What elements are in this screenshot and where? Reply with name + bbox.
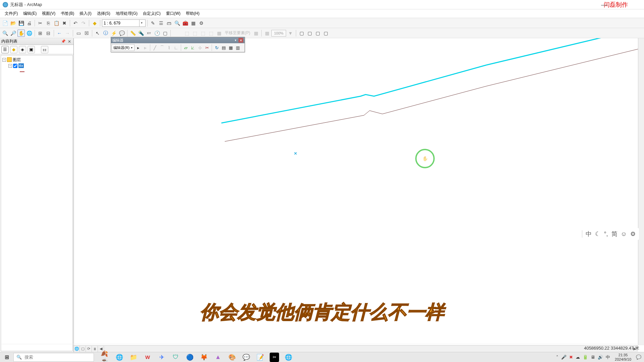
toc-tab-drawing-order[interactable]: ☰ — [1, 46, 9, 53]
editor-toolbar-icon[interactable]: ✎ — [149, 19, 157, 27]
toc-tab-visibility[interactable]: ◈ — [19, 46, 26, 53]
full-extent-icon[interactable]: 🌐 — [25, 29, 33, 37]
edit-annotation-icon[interactable]: ▹ — [142, 44, 149, 51]
hyperlink-icon[interactable]: ⚡ — [110, 29, 117, 37]
arctoolbox-icon[interactable]: 🧰 — [181, 19, 189, 27]
right-angle-icon[interactable]: ∟ — [173, 44, 179, 51]
app-icon-1[interactable]: ▲ — [213, 353, 223, 362]
ime-lang-icon[interactable]: 中 — [586, 230, 592, 238]
html-popup-icon[interactable]: 💬 — [118, 29, 125, 37]
search-window-icon[interactable]: 🔍 — [173, 19, 181, 27]
attributes-icon[interactable]: ▤ — [220, 44, 227, 51]
measure-icon[interactable]: 📏 — [129, 29, 137, 37]
menu-insert[interactable]: 插入(I) — [77, 10, 94, 17]
tray-volume-icon[interactable]: 🔊 — [598, 355, 603, 360]
create-viewer-icon[interactable]: ▢ — [161, 29, 169, 37]
cut-icon[interactable]: ✂ — [37, 19, 44, 27]
paint-icon[interactable]: 🎨 — [227, 353, 237, 362]
arc-segment-icon[interactable]: ⌒ — [159, 44, 165, 51]
tree-layer-row[interactable]: − Ex — [2, 63, 71, 69]
pan-icon[interactable]: ✋ — [17, 29, 25, 37]
chrome-icon[interactable]: 🔵 — [185, 353, 195, 362]
goto-xy-icon[interactable]: XY — [145, 29, 153, 37]
explorer-icon[interactable]: 📁 — [129, 353, 138, 362]
editor-options-icon[interactable]: ▾ — [233, 38, 238, 43]
taskbar-search[interactable]: 🔍 搜索 — [13, 353, 94, 362]
tray-ime-icon[interactable]: 中 — [606, 354, 610, 360]
ime-moon-icon[interactable]: ☾ — [595, 230, 600, 238]
tray-cloud-icon[interactable]: ☁ — [576, 355, 580, 360]
edge-icon[interactable]: 🌐 — [115, 353, 124, 362]
toc-close-icon[interactable]: ✕ — [67, 39, 72, 44]
ime-emoji-icon[interactable]: ☺ — [621, 231, 627, 238]
pin-icon[interactable]: 📌 — [60, 39, 67, 44]
arcmap-taskbar-icon[interactable]: 🌐 — [284, 353, 293, 362]
minimize-button[interactable]: — — [598, 1, 610, 8]
copy-icon[interactable]: ⎘ — [45, 19, 52, 27]
edit-vertices-icon[interactable]: ▱ — [182, 44, 189, 51]
toc-tab-source[interactable]: ◆ — [10, 46, 17, 53]
toc-tree[interactable]: − 图层 − Ex — [1, 55, 73, 351]
tray-expand-icon[interactable]: ˄ — [556, 355, 558, 360]
layout-icon-1[interactable]: ▢ — [298, 29, 305, 37]
vertical-scrollbar[interactable] — [638, 38, 644, 345]
menu-customize[interactable]: 自定义(C) — [140, 10, 163, 17]
find-icon[interactable]: 🔦 — [137, 29, 145, 37]
menu-window[interactable]: 窗口(W) — [163, 10, 183, 17]
tray-battery-icon[interactable]: 🔋 — [583, 355, 588, 360]
feishu-icon[interactable]: ✈ — [157, 353, 166, 362]
straight-segment-icon[interactable]: ╱ — [152, 44, 158, 51]
scale-input[interactable]: 1 : 6, 679 ▼ — [102, 19, 146, 27]
cut-polygon-icon[interactable]: ⊹ — [197, 44, 203, 51]
menu-file[interactable]: 文件(F) — [2, 10, 20, 17]
reshape-icon[interactable]: ⟀ — [190, 44, 196, 51]
tray-display-icon[interactable]: 🖥 — [591, 355, 595, 360]
start-button[interactable]: ⊞ — [0, 352, 13, 362]
sketch-props-icon[interactable]: ▦ — [227, 44, 234, 51]
tray-app-icon[interactable]: ✖ — [569, 355, 573, 360]
split-icon[interactable]: ✂ — [204, 44, 210, 51]
fixed-zoom-in-icon[interactable]: ⊞ — [37, 29, 44, 37]
zoom-out-icon[interactable]: 🔎 — [9, 29, 17, 37]
collapse-icon[interactable]: − — [2, 58, 6, 62]
notifications-icon[interactable]: 💬 — [636, 355, 641, 360]
layout-icon-4[interactable]: ▢ — [322, 29, 329, 37]
back-extent-icon[interactable]: ← — [56, 29, 63, 37]
menu-help[interactable]: 帮助(H) — [183, 10, 202, 17]
layout-icon-3[interactable]: ▢ — [314, 29, 321, 37]
ime-punct-icon[interactable]: °, — [604, 231, 608, 238]
catalog-icon[interactable]: 🗃 — [165, 19, 173, 27]
add-data-icon[interactable]: ◆ — [91, 19, 98, 27]
new-doc-icon[interactable]: 📄 — [1, 19, 9, 27]
model-builder-icon[interactable]: ⚙ — [198, 19, 205, 27]
menu-view[interactable]: 视图(V) — [39, 10, 58, 17]
python-icon[interactable]: ▦ — [190, 19, 197, 27]
edit-tool-icon[interactable]: ▸ — [135, 44, 142, 51]
zoom-percent[interactable]: 100% — [271, 30, 286, 37]
trace-icon[interactable]: ⌇ — [166, 44, 172, 51]
menu-edit[interactable]: 编辑(E) — [20, 10, 39, 17]
ime-simplified-icon[interactable]: 简 — [611, 230, 618, 238]
print-icon[interactable]: 🖨 — [25, 19, 33, 27]
fixed-zoom-out-icon[interactable]: ⊟ — [45, 29, 52, 37]
pointer-icon[interactable]: ↖ — [94, 29, 101, 37]
layer-visibility-checkbox[interactable] — [13, 64, 17, 68]
create-features-icon[interactable]: ▥ — [234, 44, 241, 51]
forward-extent-icon[interactable]: → — [64, 29, 71, 37]
editor-titlebar[interactable]: 编辑器 ▾ ✕ — [111, 37, 245, 43]
taskbar-clock[interactable]: 21:35 2024/9/10 — [613, 353, 633, 361]
ime-settings-icon[interactable]: ⚙ — [630, 230, 636, 238]
redo-icon[interactable]: ↷ — [80, 19, 87, 27]
delete-icon[interactable]: ✖ — [61, 19, 68, 27]
identify-icon[interactable]: ⓘ — [102, 29, 109, 37]
toc-tab-selection[interactable]: ▣ — [28, 46, 35, 53]
scale-dropdown-icon[interactable]: ▼ — [139, 20, 144, 26]
time-slider-icon[interactable]: 🕐 — [153, 29, 161, 37]
tree-root-row[interactable]: − 图层 — [2, 57, 71, 63]
editor-close-icon[interactable]: ✕ — [238, 38, 243, 43]
capcut-icon[interactable]: ✂ — [270, 353, 279, 362]
menu-select[interactable]: 选择(S) — [94, 10, 113, 17]
toc-tab-options[interactable]: ⚏ — [41, 46, 48, 53]
weather-icon[interactable]: 🍂☕ — [101, 353, 110, 362]
ime-bar[interactable]: 中 ☾ °, 简 ☺ ⚙ — [579, 228, 639, 240]
